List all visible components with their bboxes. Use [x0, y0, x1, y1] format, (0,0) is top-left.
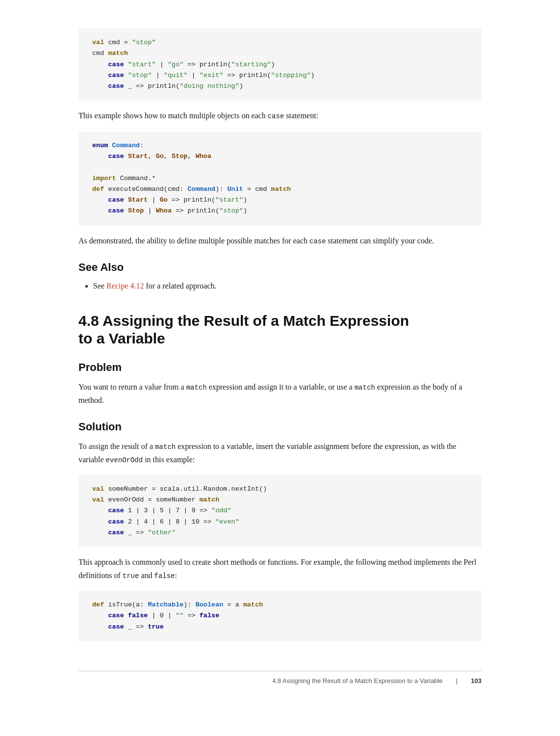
paragraph-1: This example shows how to match multiple…: [78, 109, 482, 122]
code-line: case Stop | Whoa => println("stop"): [92, 206, 468, 216]
footer-page: 103: [471, 677, 482, 684]
code-line: case "stop" | "quit" | "exit" => println…: [92, 70, 468, 81]
code-line: def isTrue(a: Matchable): Boolean = a ma…: [92, 600, 468, 610]
recipe-link[interactable]: Recipe 4.12: [106, 282, 144, 290]
problem-text: You want to return a value from a match …: [78, 381, 482, 407]
code-block-3: val someNumber = scala.util.Random.nextI…: [78, 475, 482, 547]
code-line: case 1 | 3 | 5 | 7 | 9 => "odd": [92, 505, 468, 516]
paragraph-3: This approach is commonly used to create…: [78, 556, 482, 582]
code-block-1: val cmd = "stop" cmd match case "start" …: [78, 28, 482, 101]
code-block-2: enum Command: case Start, Go, Stop, Whoa…: [78, 131, 482, 226]
code-line: [92, 162, 468, 173]
code-line: val evenOrOdd = someNumber match: [92, 495, 468, 505]
code-line: case _ => "other": [92, 527, 468, 538]
code-line: val cmd = "stop": [92, 37, 468, 48]
code-line: case _ => println("doing nothing"): [92, 81, 468, 92]
solution-heading: Solution: [78, 421, 482, 433]
see-also-list: See Recipe 4.12 for a related approach.: [93, 280, 482, 292]
code-line: case _ => true: [92, 622, 468, 632]
paragraph-2: As demonstrated, the ability to define m…: [78, 235, 482, 247]
footer-text: 4.8 Assigning the Result of a Match Expr…: [272, 677, 442, 684]
footer: 4.8 Assigning the Result of a Match Expr…: [78, 671, 482, 684]
solution-text: To assign the result of a match expressi…: [78, 440, 482, 466]
code-line: case false | 0 | "" => false: [92, 610, 468, 621]
see-also-item: See Recipe 4.12 for a related approach.: [93, 280, 482, 292]
footer-separator: |: [452, 677, 461, 684]
code-line: case Start | Go => println("start"): [92, 195, 468, 206]
code-line: def executeCommand(cmd: Command): Unit =…: [92, 184, 468, 195]
code-block-4: def isTrue(a: Matchable): Boolean = a ma…: [78, 591, 482, 641]
problem-heading: Problem: [78, 361, 482, 374]
code-line: import Command.*: [92, 173, 468, 184]
see-also-heading: See Also: [78, 261, 482, 274]
code-line: cmd match: [92, 48, 468, 59]
code-line: case Start, Go, Stop, Whoa: [92, 151, 468, 162]
code-line: enum Command:: [92, 140, 468, 151]
code-line: case "start" | "go" => println("starting…: [92, 59, 468, 70]
code-line: val someNumber = scala.util.Random.nextI…: [92, 484, 468, 495]
chapter-heading: 4.8 Assigning the Result of a Match Expr…: [78, 312, 482, 347]
code-line: case 2 | 4 | 6 | 8 | 10 => "even": [92, 517, 468, 527]
